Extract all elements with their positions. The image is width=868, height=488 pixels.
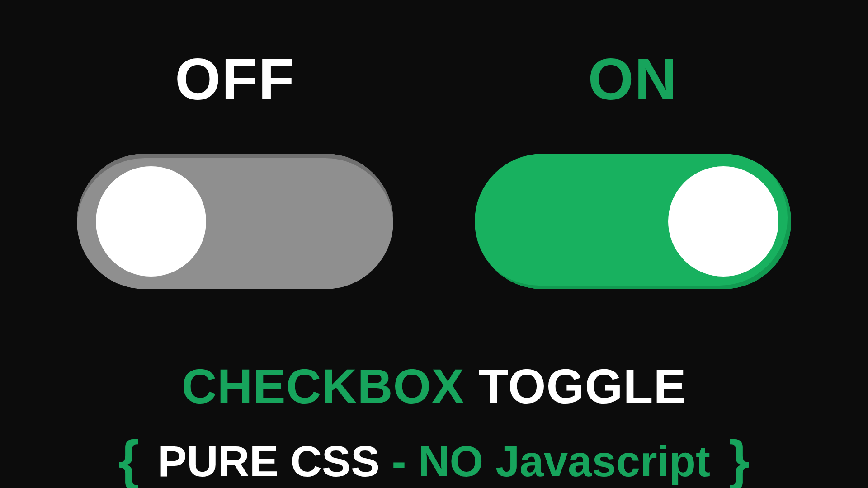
toggle-thumb-icon [96, 166, 206, 277]
headline-row-2: { PURE CSS - NO Javascript } [112, 425, 756, 488]
headline-no-js: NO Javascript [418, 437, 710, 485]
headline-dash: - [392, 437, 406, 485]
brace-close-icon: } [722, 430, 756, 488]
off-label: OFF [175, 45, 295, 113]
toggle-switch-off[interactable] [77, 154, 393, 289]
toggle-switch-on[interactable] [475, 154, 791, 289]
toggle-thumb-icon [668, 166, 778, 277]
headline-pure-css: PURE CSS [158, 437, 380, 485]
toggle-on-column: ON [475, 45, 791, 289]
headline-row-1: CHECKBOX TOGGLE [112, 357, 756, 416]
toggle-off-column: OFF [77, 45, 393, 289]
headline-word-toggle: TOGGLE [479, 359, 687, 413]
on-label: ON [588, 45, 678, 113]
headline: CHECKBOX TOGGLE { PURE CSS - NO Javascri… [112, 357, 756, 488]
toggles-row: OFF ON [0, 45, 868, 289]
brace-open-icon: { [112, 430, 146, 488]
headline-word-checkbox: CHECKBOX [181, 359, 464, 413]
